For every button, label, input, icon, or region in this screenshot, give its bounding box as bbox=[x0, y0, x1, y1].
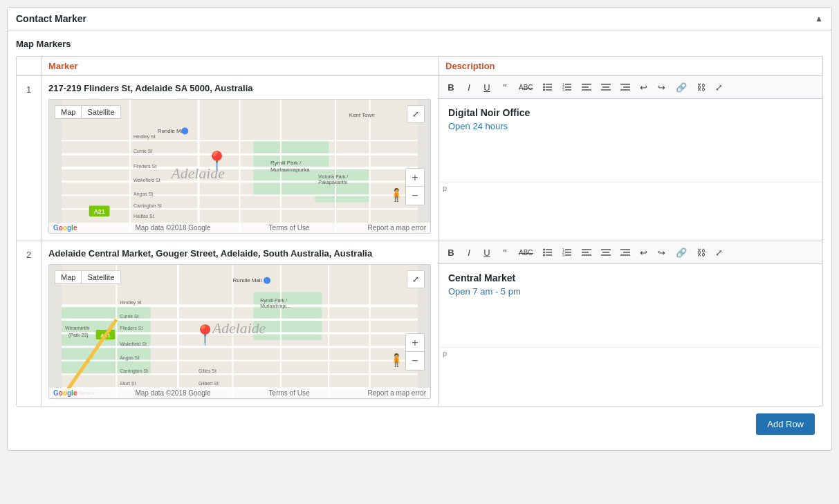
svg-point-90 bbox=[543, 249, 545, 251]
toolbar-undo-2[interactable]: ↩ bbox=[636, 244, 652, 261]
zoom-out-btn-1[interactable]: − bbox=[406, 187, 424, 205]
street-view-icon-2[interactable]: 🧍 bbox=[389, 353, 404, 368]
row-marker-1: 217-219 Flinders St, Adelaide SA 5000, A… bbox=[42, 76, 439, 241]
svg-text:Wakefield St: Wakefield St bbox=[133, 178, 160, 183]
svg-text:Rymill Park /: Rymill Park / bbox=[270, 160, 302, 166]
svg-point-33 bbox=[543, 84, 545, 86]
toolbar-redo-2[interactable]: ↪ bbox=[654, 244, 670, 261]
toolbar-align-center-1[interactable] bbox=[597, 79, 615, 95]
desc-hours-1: Open 24 hours bbox=[448, 121, 813, 131]
toolbar-quote-2[interactable]: " bbox=[497, 244, 513, 261]
toolbar-italic-1[interactable]: I bbox=[461, 79, 477, 95]
row-number-1: 1 bbox=[17, 76, 42, 241]
svg-text:3.: 3. bbox=[562, 253, 565, 256]
th-description: Description bbox=[439, 57, 822, 75]
toolbar-strikethrough-1[interactable]: ABC bbox=[515, 79, 537, 95]
toolbar-ul-1[interactable] bbox=[539, 79, 557, 95]
svg-text:Wirrarninthi: Wirrarninthi bbox=[65, 326, 90, 330]
toolbar-link-2[interactable]: 🔗 bbox=[672, 244, 691, 261]
svg-rect-3 bbox=[315, 168, 369, 202]
svg-text:Hindley St: Hindley St bbox=[133, 134, 156, 140]
svg-text:(Park 23): (Park 23) bbox=[68, 333, 88, 338]
toolbar-underline-2[interactable]: U bbox=[479, 244, 495, 261]
toolbar-redo-1[interactable]: ↪ bbox=[654, 79, 670, 95]
svg-point-35 bbox=[543, 86, 545, 88]
desc-p-2: p bbox=[439, 347, 822, 359]
svg-point-92 bbox=[543, 252, 545, 254]
toolbar-ol-1[interactable]: 1.2.3. bbox=[558, 79, 576, 95]
desc-toolbar-2: B I U " ABC 1.2.3. bbox=[439, 241, 822, 264]
toolbar-fullscreen-1[interactable]: ⤢ bbox=[711, 79, 728, 95]
marker-address-1: 217-219 Flinders St, Adelaide SA 5000, A… bbox=[48, 83, 431, 93]
map-toggle-2: Map Satellite bbox=[55, 270, 121, 284]
svg-text:Murlawirrapi...: Murlawirrapi... bbox=[260, 304, 290, 309]
map-view-btn-1[interactable]: Map bbox=[55, 105, 81, 119]
map-zoom-2: + − bbox=[405, 333, 425, 371]
widget-toggle[interactable]: ▲ bbox=[815, 14, 823, 24]
toolbar-unlink-2[interactable]: ⛓ bbox=[692, 244, 710, 261]
toolbar-undo-1[interactable]: ↩ bbox=[636, 79, 652, 95]
terms-link-2[interactable]: Terms of Use bbox=[269, 389, 310, 397]
svg-text:Rundle Mall: Rundle Mall bbox=[233, 277, 262, 283]
map-view-btn-2[interactable]: Map bbox=[55, 270, 81, 284]
toolbar-ol-2[interactable]: 1.2.3. bbox=[558, 244, 576, 261]
svg-text:Halifax St: Halifax St bbox=[133, 214, 154, 218]
toolbar-fullscreen-2[interactable]: ⤢ bbox=[711, 244, 728, 261]
zoom-in-btn-1[interactable]: + bbox=[406, 169, 424, 187]
satellite-view-btn-2[interactable]: Satellite bbox=[81, 270, 120, 284]
map-expand-2[interactable]: ⤢ bbox=[407, 270, 425, 288]
section-title: Map Markers bbox=[16, 39, 823, 49]
toolbar-quote-1[interactable]: " bbox=[497, 79, 513, 95]
svg-text:3.: 3. bbox=[562, 88, 565, 91]
map-pin-1: 📍 bbox=[205, 150, 229, 173]
toolbar-align-center-2[interactable] bbox=[597, 244, 615, 261]
contact-marker-widget: Contact Marker ▲ Map Markers Marker Desc… bbox=[7, 7, 832, 451]
toolbar-align-right-2[interactable] bbox=[616, 244, 634, 261]
toolbar-italic-2[interactable]: I bbox=[461, 244, 477, 261]
svg-text:Kent Town: Kent Town bbox=[349, 112, 375, 118]
svg-text:Pakapakanthi: Pakapakanthi bbox=[318, 180, 347, 185]
row-description-2: B I U " ABC 1.2.3. bbox=[439, 241, 822, 406]
desc-name-2: Central Market bbox=[448, 272, 813, 283]
map-data-2: Map data ©2018 Google bbox=[135, 389, 210, 397]
map-data-1: Map data ©2018 Google bbox=[135, 224, 210, 232]
svg-text:Adelaide: Adelaide bbox=[211, 320, 266, 337]
street-view-icon-1[interactable]: 🧍 bbox=[389, 187, 404, 203]
table-row: 2 Adelaide Central Market, Gouger Street… bbox=[17, 241, 822, 406]
svg-text:Carrington St: Carrington St bbox=[120, 368, 148, 374]
toolbar-bold-1[interactable]: B bbox=[443, 79, 459, 95]
svg-point-37 bbox=[543, 89, 545, 91]
toolbar-link-1[interactable]: 🔗 bbox=[672, 79, 691, 95]
desc-name-1: Digital Noir Office bbox=[448, 107, 813, 118]
svg-text:Angas St: Angas St bbox=[120, 355, 139, 361]
toolbar-ul-2[interactable] bbox=[539, 244, 557, 261]
table-row: 1 217-219 Flinders St, Adelaide SA 5000,… bbox=[17, 76, 822, 241]
svg-text:Flinders St: Flinders St bbox=[133, 164, 156, 169]
add-row-button[interactable]: Add Row bbox=[756, 413, 815, 435]
desc-content-1[interactable]: Digital Noir Office Open 24 hours bbox=[439, 99, 822, 182]
zoom-in-btn-2[interactable]: + bbox=[406, 334, 424, 352]
report-link-2[interactable]: Report a map error bbox=[367, 389, 425, 397]
toolbar-unlink-1[interactable]: ⛓ bbox=[692, 79, 710, 95]
toolbar-align-right-1[interactable] bbox=[616, 79, 634, 95]
zoom-out-btn-2[interactable]: − bbox=[406, 352, 424, 370]
widget-body: Map Markers Marker Description 1 217-219… bbox=[8, 30, 831, 450]
map-pin-2: 📍 bbox=[193, 324, 217, 346]
toolbar-underline-1[interactable]: U bbox=[479, 79, 495, 95]
th-marker: Marker bbox=[42, 57, 439, 75]
svg-text:Victoria Park /: Victoria Park / bbox=[318, 174, 348, 179]
toolbar-align-left-2[interactable] bbox=[578, 244, 596, 261]
satellite-view-btn-1[interactable]: Satellite bbox=[81, 105, 120, 119]
add-row-bar: Add Row bbox=[16, 407, 823, 442]
svg-text:A21: A21 bbox=[93, 208, 104, 215]
toolbar-align-left-1[interactable] bbox=[578, 79, 596, 95]
desc-content-2[interactable]: Central Market Open 7 am - 5 pm bbox=[439, 264, 822, 347]
google-logo-1: Google bbox=[53, 224, 77, 232]
map-expand-1[interactable]: ⤢ bbox=[407, 105, 425, 123]
th-row-num bbox=[17, 57, 42, 75]
toolbar-bold-2[interactable]: B bbox=[443, 244, 459, 261]
toolbar-strikethrough-2[interactable]: ABC bbox=[515, 244, 537, 261]
terms-link-1[interactable]: Terms of Use bbox=[269, 224, 310, 232]
report-link-1[interactable]: Report a map error bbox=[367, 224, 425, 232]
svg-text:Gilbert St: Gilbert St bbox=[199, 381, 219, 386]
